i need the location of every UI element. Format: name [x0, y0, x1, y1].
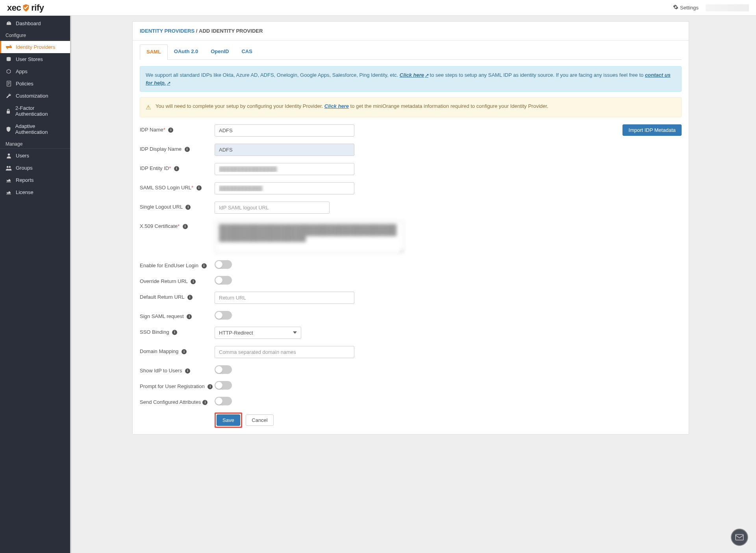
info-icon[interactable]: i [202, 400, 208, 405]
warn-text: You will need to complete your setup by … [156, 103, 324, 109]
send-attrs-label: Send Configured Attributesi [140, 397, 215, 405]
default-return-input[interactable] [215, 292, 354, 304]
sidebar-item-apps[interactable]: Apps [0, 65, 70, 78]
breadcrumb-sep: / [196, 28, 198, 34]
sidebar-item-label: License [16, 189, 33, 195]
sidebar-item-label: Users [16, 153, 29, 159]
cert-label: X.509 Certificate* i [140, 221, 215, 229]
info-icon[interactable]: i [185, 368, 190, 374]
info-icon[interactable]: i [168, 128, 173, 133]
gear-icon [673, 4, 678, 11]
info-icon[interactable]: i [185, 205, 191, 210]
info-icon[interactable]: i [208, 384, 213, 389]
prompt-reg-label: Prompt for User Registration i [140, 381, 215, 389]
external-link-icon: ↗ [167, 81, 170, 85]
sidebar-item-adaptive-auth[interactable]: Adaptive Authentication [0, 120, 70, 138]
logo-text-right: rify [31, 3, 44, 13]
import-metadata-button[interactable]: Import IDP Metadata [623, 124, 682, 136]
override-return-toggle[interactable] [215, 276, 232, 285]
warn-link-metadata[interactable]: Click here [324, 103, 349, 109]
info-icon[interactable]: i [185, 147, 190, 152]
users-icon [6, 165, 12, 171]
breadcrumb-link[interactable]: IDENTITY PROVIDERS [140, 28, 195, 34]
info-icon[interactable]: i [182, 349, 187, 354]
cube-icon [6, 68, 12, 74]
warning-icon: ⚠ [146, 102, 151, 112]
show-idp-toggle[interactable] [215, 365, 232, 374]
svg-point-7 [7, 166, 9, 168]
contact-fab[interactable] [731, 529, 748, 546]
sidebar-section-configure: Configure [0, 30, 70, 40]
info-icon[interactable]: i [202, 263, 207, 268]
sidebar-item-user-stores[interactable]: User Stores [0, 53, 70, 65]
lock-icon [6, 108, 11, 114]
sidebar: Dashboard Configure Identity Providers U… [0, 16, 70, 553]
domain-mapping-input[interactable] [215, 346, 354, 358]
info-icon[interactable]: i [174, 166, 179, 171]
send-attrs-toggle[interactable] [215, 397, 232, 405]
idp-display-input[interactable] [215, 144, 354, 156]
svg-point-8 [9, 166, 11, 168]
idp-entity-label: IDP Entity ID* i [140, 163, 215, 171]
chart-icon [6, 178, 12, 183]
breadcrumb: IDENTITY PROVIDERS / ADD IDENTITY PROVID… [133, 22, 689, 41]
sign-saml-toggle[interactable] [215, 311, 232, 320]
cert-textarea[interactable]: ████████████████████████████████████████… [215, 221, 404, 253]
default-return-label: Default Return URL i [140, 292, 215, 300]
tabs: SAML OAuth 2.0 OpenID CAS [133, 41, 689, 60]
show-idp-label: Show IdP to Users i [140, 365, 215, 374]
info-link-steps[interactable]: Click here↗ [400, 72, 428, 78]
prompt-reg-toggle[interactable] [215, 381, 232, 390]
info-icon[interactable]: i [172, 330, 177, 335]
sidebar-item-groups[interactable]: Groups [0, 162, 70, 174]
sidebar-item-label: Adaptive Authentication [15, 123, 65, 135]
sign-saml-label: Sign SAML request i [140, 311, 215, 319]
enable-enduser-toggle[interactable] [215, 260, 232, 269]
sidebar-item-dashboard[interactable]: Dashboard [0, 17, 70, 30]
top-header: xec rify Settings [0, 0, 756, 16]
sso-url-label: SAML SSO Login URL* i [140, 182, 215, 190]
sidebar-item-users[interactable]: Users [0, 150, 70, 162]
save-button[interactable]: Save [217, 414, 240, 426]
idp-entity-input[interactable] [215, 163, 354, 175]
info-icon[interactable]: i [187, 295, 193, 300]
wrench-icon [6, 93, 12, 99]
shield-icon [6, 126, 11, 132]
sidebar-item-label: Customization [16, 93, 48, 99]
cancel-button[interactable]: Cancel [246, 414, 273, 426]
info-icon[interactable]: i [187, 314, 192, 319]
sidebar-item-identity-providers[interactable]: Identity Providers [0, 41, 70, 53]
user-menu-redacted[interactable] [706, 4, 749, 11]
info-icon[interactable]: i [196, 185, 202, 190]
sidebar-item-label: Groups [16, 165, 33, 171]
tab-saml[interactable]: SAML [140, 44, 168, 60]
sidebar-item-2fa[interactable]: 2-Factor Authentication [0, 102, 70, 120]
sidebar-item-policies[interactable]: Policies [0, 78, 70, 90]
warning-alert: ⚠ You will need to complete your setup b… [140, 97, 682, 117]
main-panel: IDENTITY PROVIDERS / ADD IDENTITY PROVID… [132, 21, 689, 435]
sidebar-item-customization[interactable]: Customization [0, 90, 70, 102]
sso-binding-label: SSO Binding i [140, 327, 215, 335]
sidebar-item-label: Policies [16, 81, 33, 87]
sso-binding-select[interactable]: HTTP-Redirect [215, 327, 301, 339]
logo-text-left: xec [7, 3, 21, 13]
sidebar-item-reports[interactable]: Reports [0, 174, 70, 186]
file-icon [6, 81, 12, 87]
idp-name-input[interactable] [215, 124, 354, 137]
info-text: We support all standard IDPs like Okta, … [146, 72, 400, 78]
enable-enduser-label: Enable for EndUser Login i [140, 260, 215, 268]
settings-label: Settings [680, 5, 699, 11]
tab-openid[interactable]: OpenID [204, 44, 235, 60]
info-icon[interactable]: i [191, 279, 196, 284]
tab-cas[interactable]: CAS [235, 44, 258, 60]
dashboard-icon [6, 20, 12, 26]
exchange-icon [6, 44, 12, 50]
user-icon [6, 153, 12, 159]
tab-oauth[interactable]: OAuth 2.0 [168, 44, 204, 60]
settings-link[interactable]: Settings [673, 4, 699, 11]
idp-display-label: IDP Display Name i [140, 144, 215, 152]
sso-url-input[interactable] [215, 182, 354, 194]
slo-url-input[interactable] [215, 202, 330, 214]
info-icon[interactable]: i [183, 224, 188, 229]
sidebar-item-license[interactable]: License [0, 186, 70, 198]
